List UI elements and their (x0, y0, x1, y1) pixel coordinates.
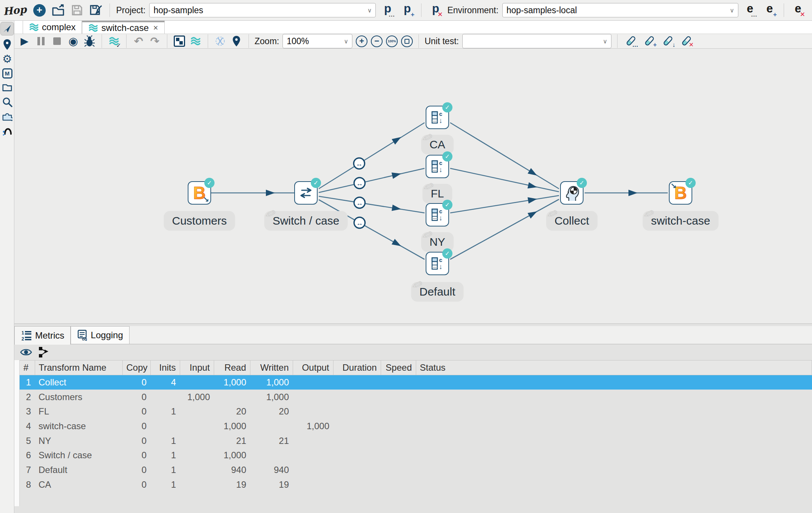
metadata-perspective-button[interactable]: M (0, 66, 14, 80)
cell: 0 (122, 448, 150, 463)
separator (617, 34, 617, 48)
delete-project-button[interactable]: p ✕ (428, 2, 443, 18)
pipeline-button[interactable] (189, 35, 202, 48)
tab-switch-case[interactable]: switch-case × (82, 21, 164, 34)
view-execution-topology-button[interactable] (37, 346, 50, 359)
show-hide-results-button[interactable] (20, 346, 32, 359)
project-combo[interactable]: hop-samples ∨ (149, 3, 376, 17)
run-button[interactable]: ▶ (18, 35, 31, 48)
stop-button[interactable] (51, 35, 63, 48)
edit-environment-button[interactable]: e … (742, 2, 758, 18)
cell: 2 (20, 390, 35, 404)
delete-unit-test-button[interactable]: ✕ (679, 34, 694, 48)
column-header[interactable]: Inits (150, 360, 180, 375)
debug-button[interactable] (83, 35, 96, 48)
hop-line[interactable] (450, 123, 559, 189)
execution-perspective-button[interactable] (0, 38, 14, 51)
hop-target-circle-icon[interactable]: ↔ (354, 178, 365, 189)
zoom-100-button[interactable]: 100% (386, 35, 398, 47)
pause-button[interactable] (34, 35, 47, 48)
add-project-button[interactable]: p + (399, 2, 415, 18)
create-unit-test-button[interactable]: + (642, 34, 657, 48)
close-icon[interactable]: × (153, 23, 158, 33)
transform-node-collect[interactable]: ✓ (560, 181, 584, 205)
open-button[interactable] (51, 2, 66, 18)
column-header[interactable]: Speed (381, 360, 416, 375)
table-row[interactable]: 5NY012121 (20, 433, 812, 448)
hop-target-circle-icon[interactable]: ↔ (354, 197, 365, 208)
transform-label-collect: ✎ Collect (546, 211, 597, 231)
table-row[interactable]: 1Collect041,0001,000 (20, 375, 812, 390)
edit-project-button[interactable]: p … (380, 2, 395, 18)
show-execution-results-button[interactable] (230, 35, 243, 48)
column-header[interactable]: Read (214, 360, 250, 375)
new-button[interactable]: + (32, 2, 47, 18)
hop-line[interactable] (450, 168, 559, 192)
table-row[interactable]: 2Customers01,0001,000 (20, 390, 812, 404)
sleep-timer-button[interactable] (214, 35, 227, 48)
cell (150, 390, 180, 404)
save-as-button[interactable] (88, 2, 103, 18)
transform-node-default[interactable]: c ↓ ✓ (426, 252, 449, 275)
column-header[interactable]: Input (180, 360, 214, 375)
metrics-list-icon: 1 2 (21, 330, 32, 341)
cell (250, 419, 293, 434)
hop-line[interactable] (319, 196, 425, 213)
zoom-fit-button[interactable] (401, 35, 413, 47)
column-header[interactable]: Status (416, 360, 812, 375)
transform-node-fl[interactable]: c ↓ ✓ (426, 155, 449, 178)
data-orchestration-perspective-button[interactable] (0, 22, 14, 35)
cell: 6 (20, 448, 35, 463)
auto-layout-button[interactable] (173, 35, 186, 48)
column-header[interactable]: Duration (333, 360, 381, 375)
zoom-combo[interactable]: 100% ∨ (283, 34, 352, 48)
edit-unit-test-button[interactable]: … (623, 34, 638, 48)
environment-combo[interactable]: hop-samples-local ∨ (502, 3, 738, 17)
unit-test-combo[interactable]: ∨ (462, 34, 611, 48)
file-explorer-perspective-button[interactable] (0, 81, 14, 94)
hop-line[interactable] (319, 123, 425, 189)
hop-perspective-button[interactable] (0, 123, 14, 137)
hop-line[interactable] (450, 199, 559, 259)
add-environment-button[interactable]: e + (762, 2, 778, 18)
transform-node-switch-case[interactable]: ✓ (294, 181, 318, 205)
column-header[interactable]: Output (293, 360, 333, 375)
save-button[interactable] (69, 2, 85, 18)
table-row[interactable]: 4switch-case01,0001,000 (20, 419, 812, 434)
transform-node-ca[interactable]: c ↓ ✓ (426, 106, 449, 129)
column-header[interactable]: Written (250, 360, 293, 375)
zoom-in-button[interactable]: + (356, 35, 367, 47)
hop-line[interactable] (450, 196, 559, 213)
hop-target-circle-icon[interactable]: ↔ (354, 158, 365, 169)
hop-line[interactable] (319, 168, 425, 193)
cell: 940 (250, 463, 293, 478)
undo-button[interactable]: ↶ (132, 35, 145, 48)
table-row[interactable]: 3FL012020 (20, 404, 812, 419)
column-header[interactable]: Transform Name (35, 360, 122, 375)
transform-node-customers[interactable]: B ↘ ✓ (188, 181, 211, 205)
save-as-icon (90, 4, 102, 16)
preview-button[interactable]: ◉ (67, 35, 80, 48)
configuration-perspective-button[interactable]: ⚙ (0, 52, 14, 66)
plugins-perspective-button[interactable] (0, 109, 14, 123)
table-scrollbar[interactable] (14, 360, 20, 506)
check-pipeline-button[interactable]: ✓ (108, 35, 120, 48)
detach-unit-test-button[interactable]: ↓ (660, 34, 675, 48)
column-header[interactable]: Copy (122, 360, 150, 375)
tab-complex[interactable]: complex (23, 21, 82, 34)
tab-logging[interactable]: og Logging (71, 326, 129, 344)
search-perspective-button[interactable] (0, 95, 14, 109)
cell (333, 404, 381, 419)
hop-target-circle-icon[interactable]: ↔ (354, 217, 365, 228)
redo-button[interactable]: ↷ (148, 35, 161, 48)
table-row[interactable]: 7Default01940940 (20, 463, 812, 478)
tab-metrics[interactable]: 1 2 Metrics (14, 326, 71, 345)
transform-node-switch-case-output[interactable]: B ↘ ✓ (669, 181, 692, 205)
zoom-out-button[interactable]: − (371, 35, 383, 47)
column-header[interactable]: # (20, 360, 35, 375)
pipeline-canvas[interactable]: ↔ ↔ ↔ ↔ B ↘ ✓ Customers (14, 49, 812, 324)
table-row[interactable]: 8CA011919 (20, 477, 812, 492)
delete-environment-button[interactable]: e ✕ (790, 2, 806, 18)
transform-node-ny[interactable]: c ↓ ✓ (426, 203, 449, 226)
table-row[interactable]: 6Switch / case011,000 (20, 448, 812, 463)
